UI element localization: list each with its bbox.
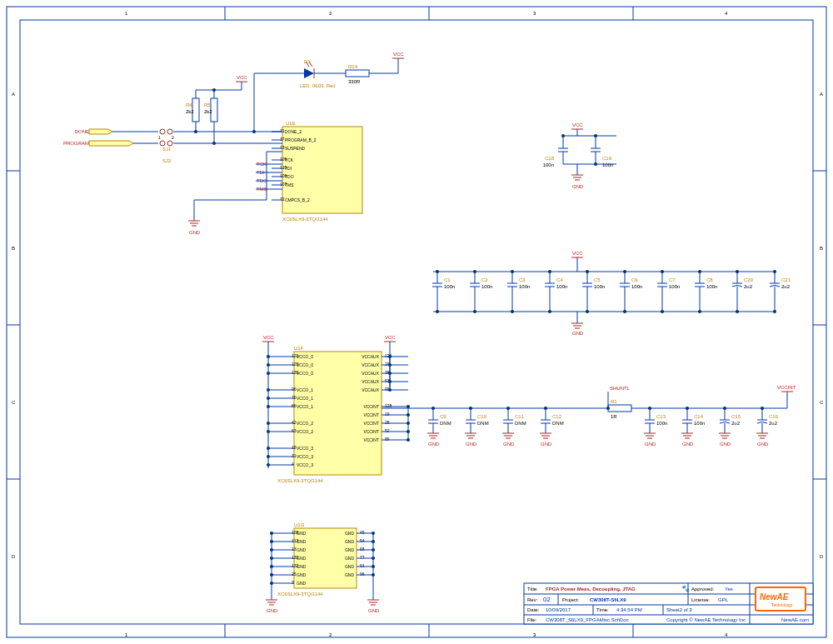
svg-text:2k2: 2k2	[186, 109, 194, 114]
svg-text:54: 54	[360, 538, 365, 543]
svg-point-54	[160, 129, 165, 134]
grid-col-labels: 1 2 3 4 1 2 3 4	[125, 7, 728, 637]
svg-point-358	[723, 407, 726, 410]
svg-point-287	[407, 413, 410, 417]
svg-text:Time:: Time:	[596, 607, 609, 612]
svg-text:25: 25	[292, 572, 297, 577]
svg-text:130: 130	[292, 555, 299, 560]
svg-point-183	[661, 310, 664, 313]
svg-text:DNM: DNM	[477, 421, 489, 426]
schematic-canvas: 1 2 3 4 1 2 3 4 A B C D A B C D U1E XC6S…	[0, 0, 833, 644]
svg-text:108: 108	[292, 530, 299, 535]
svg-text:109: 109	[280, 157, 287, 162]
svg-text:PROGRAM_B_2: PROGRAM_B_2	[285, 137, 317, 142]
svg-text:VCCO_2: VCCO_2	[297, 429, 313, 434]
svg-text:DNM: DNM	[552, 421, 564, 426]
svg-text:U1G: U1G	[294, 522, 305, 527]
svg-point-296	[388, 388, 392, 392]
svg-text:125: 125	[292, 362, 299, 367]
svg-text:3: 3	[292, 580, 294, 585]
svg-text:86: 86	[292, 403, 297, 408]
svg-point-195	[736, 270, 739, 273]
svg-text:C20: C20	[744, 277, 754, 282]
svg-text:100n: 100n	[594, 284, 605, 289]
svg-text:3: 3	[533, 11, 536, 16]
svg-text:C5: C5	[594, 277, 601, 282]
svg-point-77	[212, 88, 216, 92]
svg-point-90	[252, 130, 256, 133]
svg-text:2u2: 2u2	[769, 421, 778, 426]
caps-vcc-list: C1100nC2100nC3100nC4100nC5100nC6100nC710…	[432, 270, 791, 313]
svg-point-191	[698, 310, 701, 313]
svg-text:1: 1	[158, 135, 161, 140]
net-shuntl: SHUNTL	[610, 386, 631, 391]
svg-point-171	[623, 270, 626, 273]
svg-point-155	[548, 270, 551, 273]
svg-text:122: 122	[292, 353, 299, 358]
svg-text:DNM: DNM	[515, 421, 526, 426]
svg-text:C3: C3	[519, 277, 526, 282]
svg-point-290	[407, 438, 410, 442]
svg-text:100n: 100n	[602, 162, 613, 167]
svg-point-117	[561, 134, 565, 137]
svg-text:100n: 100n	[706, 284, 717, 289]
svg-text:R5: R5	[204, 102, 211, 107]
svg-point-365	[761, 407, 764, 410]
svg-text:GND: GND	[297, 547, 307, 552]
svg-text:VCCAUX: VCCAUX	[362, 362, 380, 367]
svg-text:Title:: Title:	[527, 587, 538, 592]
svg-text:96: 96	[360, 572, 365, 577]
svg-point-139	[473, 270, 476, 273]
svg-text:VCCO_3: VCCO_3	[297, 462, 313, 467]
svg-text:C15: C15	[731, 414, 741, 419]
svg-text:GPL: GPL	[718, 597, 729, 602]
svg-text:D1: D1	[304, 59, 311, 64]
svg-text:100n: 100n	[631, 284, 642, 289]
svg-text:Project:: Project:	[562, 597, 580, 602]
u1e-ref: U1E	[286, 121, 296, 126]
svg-point-57	[167, 141, 172, 146]
svg-point-288	[407, 422, 410, 425]
svg-text:100n: 100n	[519, 284, 530, 289]
svg-text:R1: R1	[611, 399, 617, 404]
svg-text:VCCINT: VCCINT	[363, 437, 379, 442]
svg-text:SUSPEND: SUSPEND	[285, 146, 306, 151]
svg-text:135: 135	[292, 370, 299, 375]
svg-text:100n: 100n	[669, 284, 680, 289]
c18: C18100n	[543, 136, 568, 167]
svg-text:XC6SLX9-3TQG144: XC6SLX9-3TQG144	[277, 592, 323, 597]
svg-text:R14: R14	[348, 64, 358, 69]
done-program-area: DONE PROGRAM 12 SJ1 SJ2 R4 2k2 R5 2k2 VC…	[63, 75, 282, 235]
svg-text:107: 107	[280, 182, 287, 187]
net-vccint: VCCINT	[777, 385, 796, 390]
svg-text:VCC: VCC	[263, 335, 274, 340]
svg-text:91: 91	[360, 563, 365, 568]
svg-text:100n: 100n	[543, 162, 554, 167]
svg-text:GND: GND	[645, 442, 656, 447]
svg-text:68: 68	[360, 547, 365, 552]
svg-text:GND: GND	[541, 442, 552, 447]
svg-point-143	[473, 310, 476, 313]
svg-text:2u2: 2u2	[731, 421, 741, 426]
svg-point-56	[160, 141, 165, 146]
svg-text:C14: C14	[694, 414, 704, 419]
svg-text:VCCO_0: VCCO_0	[297, 371, 313, 376]
svg-point-159	[548, 310, 551, 313]
svg-text:VCCO_3: VCCO_3	[297, 446, 313, 451]
svg-text:GND: GND	[466, 442, 477, 447]
u1e-block: U1E XC6SLX9-3TQG144 DONE_271PROGRAM_B_23…	[272, 121, 362, 222]
svg-text:76: 76	[292, 395, 297, 400]
svg-text:31: 31	[292, 453, 297, 458]
svg-text:GND: GND	[189, 230, 201, 235]
svg-text:U1F: U1F	[294, 346, 304, 351]
svg-point-163	[586, 270, 589, 273]
svg-text:VCCO_0: VCCO_0	[297, 354, 313, 359]
svg-text:330R: 330R	[348, 79, 361, 84]
svg-text:GND: GND	[297, 572, 307, 577]
caps-vcc-row: VCC GND C1100nC2100nC3100nC4100nC5100nC6…	[432, 251, 791, 336]
svg-text:28: 28	[385, 420, 390, 425]
svg-text:4: 4	[725, 11, 728, 16]
svg-text:GND: GND	[503, 442, 515, 447]
svg-text:VCC: VCC	[385, 335, 396, 340]
svg-point-289	[407, 430, 410, 433]
